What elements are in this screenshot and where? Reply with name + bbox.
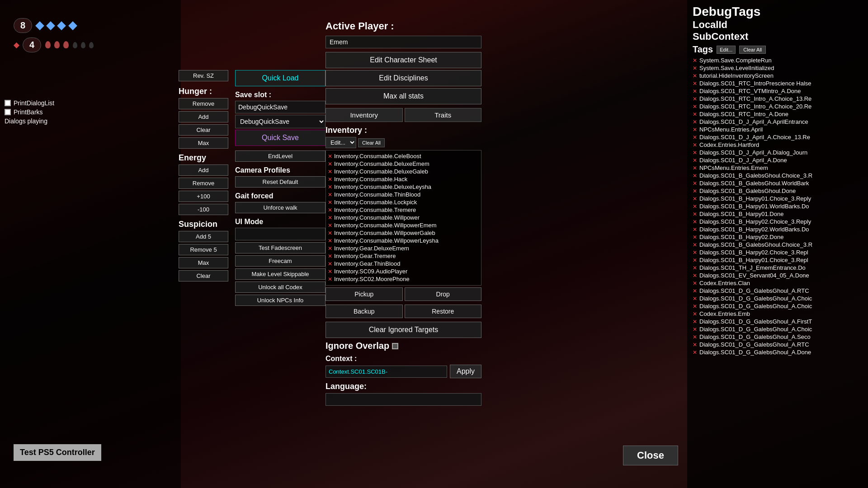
max-all-stats-button[interactable]: Max all stats [326,88,481,104]
tag-remove-icon[interactable]: ✕ [693,326,697,333]
edit-disciplines-button[interactable]: Edit Disciplines [326,70,481,86]
hunger-max-button[interactable]: Max [179,137,228,149]
suspicion-remove5-button[interactable]: Remove 5 [179,244,228,255]
quick-load-button[interactable]: Quick Load [235,70,326,86]
hunger-clear-button[interactable]: Clear [179,124,228,136]
tag-remove-icon[interactable]: ✕ [693,211,697,217]
tag-remove-icon[interactable]: ✕ [693,249,697,256]
tag-remove-icon[interactable]: ✕ [693,319,697,325]
tag-remove-icon[interactable]: ✕ [693,288,697,294]
tag-remove-icon[interactable]: ✕ [693,165,697,171]
inventory-item-remove[interactable]: ✕ [328,199,332,206]
edit-character-sheet-button[interactable]: Edit Character Sheet [326,52,481,68]
inventory-item-remove[interactable]: ✕ [328,161,332,167]
tag-remove-icon[interactable]: ✕ [693,342,697,348]
tag-remove-icon[interactable]: ✕ [693,88,697,94]
inventory-item-remove[interactable]: ✕ [328,245,332,252]
inventory-item-remove[interactable]: ✕ [328,169,332,175]
hunger-add-button[interactable]: Add [179,111,228,122]
tag-remove-icon[interactable]: ✕ [693,103,697,110]
inventory-item-remove[interactable]: ✕ [328,207,332,213]
make-level-skippable-button[interactable]: Make Level Skippable [235,268,326,280]
tag-remove-icon[interactable]: ✕ [693,57,697,64]
tag-remove-icon[interactable]: ✕ [693,280,697,286]
inventory-item-remove[interactable]: ✕ [328,238,332,244]
inventory-item-remove[interactable]: ✕ [328,153,332,160]
tag-remove-icon[interactable]: ✕ [693,311,697,317]
ui-mode-select[interactable] [235,228,326,240]
tag-remove-icon[interactable]: ✕ [693,257,697,263]
tag-remove-icon[interactable]: ✕ [693,219,697,225]
energy-add-button[interactable]: Add [179,164,228,176]
tags-edit-button[interactable]: Edit... [717,46,736,54]
edit-dropdown-select[interactable]: Edit... [326,137,356,148]
inventory-item-remove[interactable]: ✕ [328,192,332,198]
inventory-item-remove[interactable]: ✕ [328,184,332,190]
hunger-remove-button[interactable]: Remove [179,98,228,109]
close-button[interactable]: Close [623,446,678,465]
rev-sz-button[interactable]: Rev. SZ [179,70,228,81]
tag-remove-icon[interactable]: ✕ [693,96,697,102]
tag-remove-icon[interactable]: ✕ [693,180,697,187]
unforce-walk-button[interactable]: Unforce walk [235,202,326,213]
reset-default-button[interactable]: Reset Default [235,176,326,188]
tab-inventory[interactable]: Inventory [326,108,403,122]
suspicion-add5-button[interactable]: Add 5 [179,231,228,242]
tag-remove-icon[interactable]: ✕ [693,142,697,148]
tag-remove-icon[interactable]: ✕ [693,272,697,279]
inventory-item-remove[interactable]: ✕ [328,261,332,267]
apply-button[interactable]: Apply [450,365,481,378]
suspicion-max-button[interactable]: Max [179,257,228,268]
tag-remove-icon[interactable]: ✕ [693,150,697,156]
restore-button[interactable]: Restore [405,305,482,318]
language-select[interactable] [326,393,481,406]
save-slot-select[interactable]: DebugQuickSave [235,115,326,128]
unlock-all-codex-button[interactable]: Unlock all Codex [235,282,326,293]
test-fadescreen-button[interactable]: Test Fadescreen [235,242,326,253]
tag-remove-icon[interactable]: ✕ [693,349,697,356]
ignore-overlap-checkbox[interactable] [392,343,398,349]
tag-remove-icon[interactable]: ✕ [693,80,697,87]
tag-remove-icon[interactable]: ✕ [693,303,697,310]
clear-ignored-targets-button[interactable]: Clear Ignored Targets [326,322,481,338]
tags-clear-all-button[interactable]: Clear All [739,46,766,54]
inventory-item-remove[interactable]: ✕ [328,276,332,282]
tag-remove-icon[interactable]: ✕ [693,265,697,271]
tag-remove-icon[interactable]: ✕ [693,334,697,340]
tag-remove-icon[interactable]: ✕ [693,234,697,240]
tag-remove-icon[interactable]: ✕ [693,242,697,248]
tag-remove-icon[interactable]: ✕ [693,196,697,202]
inventory-item-remove[interactable]: ✕ [328,176,332,183]
inventory-item-remove[interactable]: ✕ [328,222,332,229]
tag-remove-icon[interactable]: ✕ [693,73,697,79]
tag-remove-icon[interactable]: ✕ [693,111,697,117]
pickup-button[interactable]: Pickup [326,287,403,301]
drop-button[interactable]: Drop [405,287,482,301]
quick-save-button[interactable]: Quick Save [235,130,326,146]
freecam-button[interactable]: Freecam [235,255,326,267]
tab-traits[interactable]: Traits [405,108,482,122]
inventory-item-remove[interactable]: ✕ [328,215,332,221]
save-slot-input[interactable] [235,101,326,113]
tag-remove-icon[interactable]: ✕ [693,296,697,302]
tag-remove-icon[interactable]: ✕ [693,203,697,210]
energy-remove-button[interactable]: Remove [179,178,228,189]
end-level-button[interactable]: EndLevel [235,150,326,162]
tag-remove-icon[interactable]: ✕ [693,119,697,125]
tag-remove-icon[interactable]: ✕ [693,226,697,233]
tag-remove-icon[interactable]: ✕ [693,65,697,71]
energy-minus100-button[interactable]: -100 [179,204,228,215]
tag-remove-icon[interactable]: ✕ [693,157,697,164]
tag-remove-icon[interactable]: ✕ [693,173,697,179]
inventory-item-remove[interactable]: ✕ [328,253,332,259]
tag-remove-icon[interactable]: ✕ [693,127,697,133]
backup-button[interactable]: Backup [326,305,403,318]
active-player-select[interactable]: Emem [326,36,481,48]
inventory-item-remove[interactable]: ✕ [328,268,332,275]
unlock-npcs-info-button[interactable]: Unlock NPCs Info [235,295,326,306]
energy-plus100-button[interactable]: +100 [179,191,228,202]
print-dialog-list-checkbox[interactable] [5,100,11,106]
tag-remove-icon[interactable]: ✕ [693,188,697,194]
tag-remove-icon[interactable]: ✕ [693,134,697,141]
inventory-item-remove[interactable]: ✕ [328,230,332,236]
